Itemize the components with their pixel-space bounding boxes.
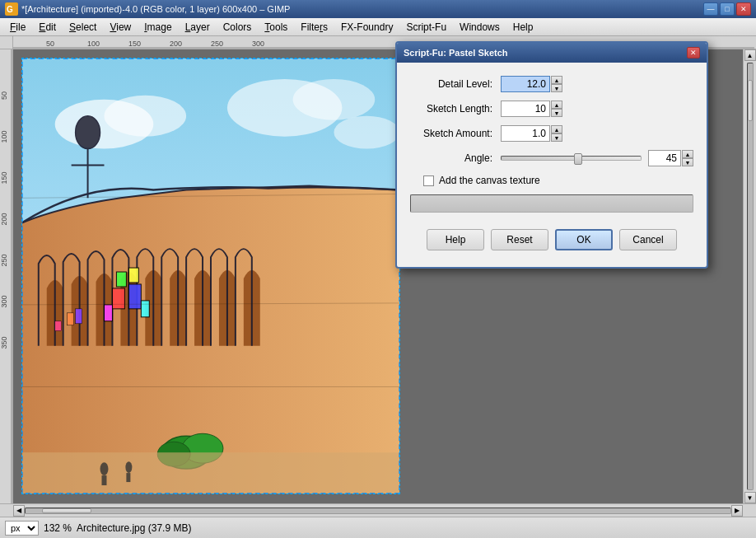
- angle-spinner: ▲ ▼: [682, 150, 693, 166]
- sketch-length-row: Sketch Length: ▲ ▼: [410, 101, 693, 117]
- detail-level-up[interactable]: ▲: [551, 76, 562, 84]
- unit-select[interactable]: px in cm: [5, 521, 39, 536]
- scrollbar-v-thumb[interactable]: [748, 80, 753, 121]
- dialog-title-bar: Script-Fu: Pastel Sketch ✕: [397, 43, 707, 63]
- svg-point-19: [104, 96, 186, 137]
- menu-tools[interactable]: Tools: [258, 20, 294, 35]
- canvas-texture-checkbox[interactable]: [423, 175, 434, 186]
- svg-rect-27: [128, 268, 138, 283]
- menu-windows[interactable]: Windows: [453, 20, 506, 35]
- svg-point-37: [100, 462, 109, 475]
- angle-slider-thumb[interactable]: [574, 153, 582, 165]
- svg-text:300: 300: [0, 295, 8, 307]
- vertical-ruler: 50 100 150 200 250 300 350: [0, 49, 13, 503]
- sketch-amount-input[interactable]: [501, 125, 550, 142]
- scrollbar-v-track[interactable]: [747, 63, 754, 490]
- sketch-length-spinner: ▲ ▼: [551, 101, 562, 117]
- sketch-length-up[interactable]: ▲: [551, 101, 562, 109]
- ok-button[interactable]: OK: [555, 229, 613, 250]
- sketch-amount-down[interactable]: ▼: [551, 133, 562, 142]
- svg-text:100: 100: [0, 130, 8, 143]
- svg-text:50: 50: [0, 91, 8, 100]
- dialog-title: Script-Fu: Pastel Sketch: [404, 48, 508, 58]
- menu-select[interactable]: Select: [63, 20, 103, 35]
- sketch-length-input[interactable]: [501, 101, 550, 117]
- sketch-amount-input-group: ▲ ▼: [501, 125, 562, 142]
- script-fu-dialog: Script-Fu: Pastel Sketch ✕ Detail Level:…: [395, 41, 708, 269]
- svg-rect-25: [128, 284, 141, 309]
- detail-level-input[interactable]: [501, 76, 550, 92]
- title-bar: G *[Architecture] (imported)-4.0 (RGB co…: [0, 0, 756, 18]
- angle-up[interactable]: ▲: [682, 150, 693, 158]
- sketch-length-label: Sketch Length:: [410, 103, 501, 115]
- help-button[interactable]: Help: [427, 229, 484, 250]
- angle-label: Angle:: [410, 152, 501, 164]
- window-title: *[Architecture] (imported)-4.0 (RGB colo…: [21, 4, 290, 14]
- angle-row: Angle: ▲ ▼: [410, 150, 693, 166]
- menu-help[interactable]: Help: [506, 20, 540, 35]
- window-controls: — □ ✕: [703, 2, 751, 16]
- canvas-texture-row: Add the canvas texture: [423, 175, 693, 186]
- sketch-amount-row: Sketch Amount: ▲ ▼: [410, 125, 693, 142]
- canvas-texture-label: Add the canvas texture: [439, 175, 540, 186]
- vertical-scrollbar: ▲ ▼: [743, 49, 756, 503]
- status-filename: Architecture.jpg (37.9 MB): [77, 522, 191, 534]
- svg-rect-29: [141, 301, 149, 317]
- svg-rect-30: [68, 313, 74, 325]
- menu-image[interactable]: Image: [138, 20, 178, 35]
- svg-text:G: G: [7, 5, 13, 14]
- menu-bar: File Edit Select View Image Layer Colors…: [0, 18, 756, 36]
- sketch-amount-spinner: ▲ ▼: [551, 125, 562, 142]
- dialog-buttons: Help Reset OK Cancel: [410, 219, 693, 254]
- svg-rect-26: [116, 272, 126, 287]
- cancel-button[interactable]: Cancel: [619, 229, 677, 250]
- scrollbar-h-thumb[interactable]: [42, 508, 91, 513]
- sketch-length-input-group: ▲ ▼: [501, 101, 562, 117]
- svg-text:250: 250: [0, 254, 8, 266]
- svg-point-21: [293, 79, 376, 120]
- svg-point-22: [334, 116, 399, 149]
- scroll-right-button[interactable]: ▶: [731, 505, 743, 517]
- detail-level-row: Detail Level: ▲ ▼: [410, 76, 693, 92]
- menu-view[interactable]: View: [103, 20, 138, 35]
- scroll-down-button[interactable]: ▼: [744, 492, 756, 503]
- detail-level-input-group: ▲ ▼: [501, 76, 562, 92]
- reset-button[interactable]: Reset: [491, 229, 548, 250]
- menu-colors[interactable]: Colors: [217, 20, 259, 35]
- svg-point-39: [125, 461, 132, 473]
- svg-rect-40: [126, 473, 130, 482]
- maximize-button[interactable]: □: [720, 2, 735, 16]
- angle-value-input[interactable]: [648, 150, 681, 166]
- dialog-body: Detail Level: ▲ ▼ Sketch Length: ▲ ▼: [397, 63, 707, 267]
- scroll-up-button[interactable]: ▲: [744, 49, 756, 61]
- angle-slider-track[interactable]: [501, 156, 642, 161]
- svg-rect-36: [22, 452, 399, 494]
- image-canvas: [21, 58, 400, 494]
- svg-rect-32: [55, 321, 62, 331]
- horizontal-scrollbar: ◀ ▶: [0, 503, 756, 517]
- scrollbar-h-track[interactable]: [25, 508, 731, 514]
- close-button[interactable]: ✕: [736, 2, 751, 16]
- detail-level-label: Detail Level:: [410, 78, 501, 90]
- menu-fx-foundry[interactable]: FX-Foundry: [334, 20, 399, 35]
- scroll-left-button[interactable]: ◀: [13, 505, 25, 517]
- sketch-length-down[interactable]: ▼: [551, 109, 562, 117]
- dialog-close-button[interactable]: ✕: [687, 47, 700, 58]
- app-icon: G: [5, 2, 18, 16]
- angle-control-group: ▲ ▼: [501, 150, 693, 166]
- menu-script-fu[interactable]: Script-Fu: [399, 20, 453, 35]
- sketch-amount-label: Sketch Amount:: [410, 128, 501, 139]
- svg-text:200: 200: [0, 213, 8, 225]
- sketch-amount-up[interactable]: ▲: [551, 125, 562, 133]
- angle-down[interactable]: ▼: [682, 158, 693, 166]
- svg-text:50: 50: [46, 40, 54, 48]
- menu-layer[interactable]: Layer: [179, 20, 217, 35]
- svg-text:250: 250: [211, 40, 223, 48]
- svg-rect-31: [76, 309, 82, 324]
- detail-level-down[interactable]: ▼: [551, 84, 562, 92]
- menu-edit[interactable]: Edit: [32, 20, 63, 35]
- svg-text:300: 300: [252, 40, 264, 48]
- menu-file[interactable]: File: [3, 20, 32, 35]
- menu-filters[interactable]: Filters: [294, 20, 334, 35]
- minimize-button[interactable]: —: [703, 2, 718, 16]
